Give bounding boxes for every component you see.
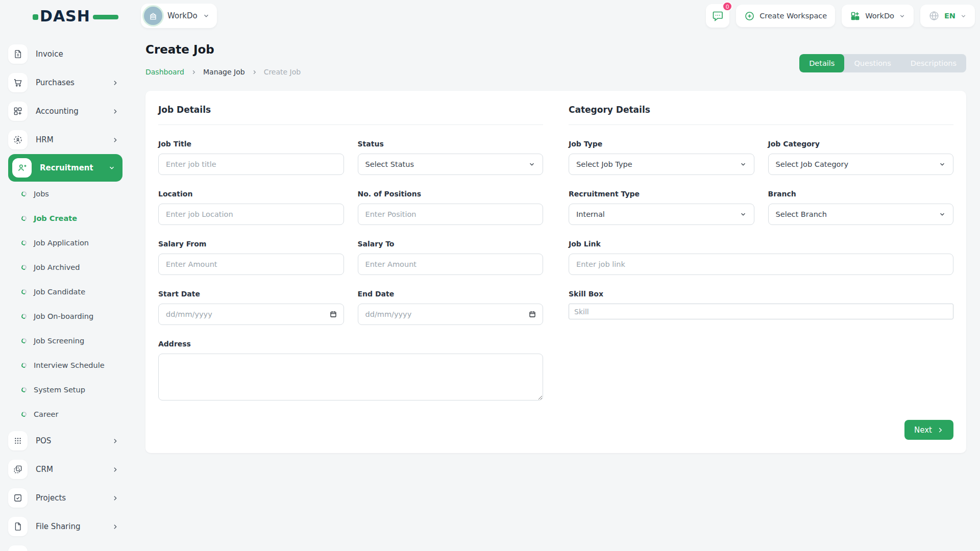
sidebar-subitem-label: System Setup [34, 386, 85, 394]
status-select[interactable]: Select Status [358, 154, 544, 175]
sidebar-item-file-sharing[interactable]: File Sharing [8, 512, 122, 541]
sidebar-subitem-label: Interview Schedule [34, 361, 105, 369]
next-button[interactable]: Next [904, 420, 953, 440]
tab-details[interactable]: Details [799, 54, 844, 72]
select-value: Select Status [365, 160, 414, 168]
sidebar-subitem-label: Job Application [34, 239, 89, 247]
account-menu-button[interactable]: WorkDo [842, 5, 914, 27]
module-icon [8, 545, 28, 551]
submenu-bullet-icon [21, 387, 27, 393]
chevron-right-icon [252, 69, 257, 75]
salary-to-input[interactable] [358, 254, 544, 275]
next-button-label: Next [914, 425, 932, 435]
workspace-switcher[interactable]: WorkDo [141, 4, 217, 28]
sidebar-item-label: CRM [36, 465, 53, 474]
positions-label: No. of Positions [358, 190, 544, 198]
sidebar-item-projects[interactable]: Projects [8, 484, 122, 512]
sidebar-subitem-job-screening[interactable]: Job Screening [8, 329, 122, 353]
topbar-actions: 0 Create Workspace WorkDo EN [706, 4, 975, 28]
sidebar-subitem-career[interactable]: Career [8, 402, 122, 427]
building-icon [148, 11, 158, 21]
create-workspace-label: Create Workspace [760, 12, 827, 20]
submenu-bullet-icon [21, 191, 27, 197]
logo-dot [33, 14, 38, 20]
sidebar-subitem-interview-schedule[interactable]: Interview Schedule [8, 353, 122, 378]
sidebar-subitem-job-candidate[interactable]: Job Candidate [8, 280, 122, 304]
chevron-right-icon [112, 137, 118, 143]
messages-badge: 0 [722, 2, 732, 11]
overlap-squares-icon [8, 460, 28, 479]
chevron-down-icon [740, 211, 747, 218]
sidebar-subitem-label: Jobs [34, 190, 49, 198]
sidebar-subitem-label: Job Archived [34, 263, 80, 271]
sidebar-subitem-label: Job Create [34, 214, 77, 222]
job-type-select[interactable]: Select Job Type [569, 154, 754, 175]
category-details-section: Category Details Job Type Select Job Typ… [569, 105, 953, 403]
job-category-select[interactable]: Select Job Category [768, 154, 954, 175]
sidebar-subitem-jobs[interactable]: Jobs [8, 182, 122, 206]
sidebar-item-partial[interactable] [8, 541, 122, 551]
sidebar-subitem-job-onboarding[interactable]: Job On-boarding [8, 304, 122, 329]
sidebar-subitem-label: Job On-boarding [34, 312, 93, 320]
sidebar-item-purchases[interactable]: Purchases [8, 68, 122, 97]
create-workspace-button[interactable]: Create Workspace [736, 5, 835, 27]
location-input[interactable] [158, 204, 344, 225]
chevron-down-icon [740, 161, 747, 168]
account-menu-label: WorkDo [865, 12, 894, 20]
sidebar-subitem-job-archived[interactable]: Job Archived [8, 255, 122, 280]
submenu-bullet-icon [21, 215, 27, 221]
globe-icon [928, 10, 940, 21]
job-title-input[interactable] [158, 154, 344, 175]
tab-descriptions[interactable]: Descriptions [901, 54, 966, 72]
sidebar-subitem-label: Career [34, 410, 58, 418]
salary-from-input[interactable] [158, 254, 344, 275]
job-link-input[interactable] [569, 254, 953, 275]
start-date-input[interactable] [158, 304, 344, 325]
recruitment-type-select[interactable]: Internal [569, 204, 754, 225]
chevron-down-icon [108, 164, 115, 171]
address-label: Address [158, 340, 543, 348]
branch-label: Branch [768, 190, 954, 198]
sidebar-item-crm[interactable]: CRM [8, 455, 122, 484]
submenu-bullet-icon [21, 338, 27, 344]
salary-to-label: Salary To [358, 240, 544, 248]
tab-questions[interactable]: Questions [844, 54, 900, 72]
section-heading: Job Details [158, 105, 543, 125]
branch-select[interactable]: Select Branch [768, 204, 954, 225]
submenu-bullet-icon [21, 240, 27, 246]
breadcrumb-dashboard[interactable]: Dashboard [145, 68, 184, 76]
sidebar-item-invoice[interactable]: Invoice [8, 40, 122, 68]
sidebar-item-hrm[interactable]: HRM [8, 126, 122, 154]
sidebar-item-label: HRM [36, 135, 54, 144]
sidebar-subitem-job-create[interactable]: Job Create [8, 206, 122, 231]
select-value: Select Branch [776, 210, 827, 218]
skill-input[interactable] [569, 304, 953, 319]
sidebar-item-accounting[interactable]: Accounting [8, 97, 122, 126]
hrm-icon [8, 130, 28, 149]
workspace-avatar [144, 7, 162, 25]
sidebar-item-label: Accounting [36, 107, 79, 116]
chevron-right-icon [112, 108, 118, 115]
chevron-right-icon [112, 466, 118, 473]
dash-logo: DASH [33, 0, 118, 32]
select-value: Select Job Type [576, 160, 632, 168]
breadcrumb-current: Create Job [264, 68, 301, 76]
status-label: Status [358, 140, 544, 148]
breadcrumb: Dashboard Manage Job Create Job [145, 68, 301, 76]
sidebar-item-pos[interactable]: POS [8, 427, 122, 455]
chevron-right-icon [112, 80, 118, 86]
messages-button[interactable]: 0 [706, 4, 729, 28]
sidebar-subitem-job-application[interactable]: Job Application [8, 231, 122, 255]
address-textarea[interactable] [158, 354, 543, 400]
step-tabs: Details Questions Descriptions [799, 54, 966, 72]
breadcrumb-manage-job[interactable]: Manage Job [203, 68, 245, 76]
language-selector[interactable]: EN [920, 5, 975, 27]
positions-input[interactable] [358, 204, 544, 225]
sidebar-item-recruitment[interactable]: Recruitment [8, 154, 122, 182]
apps-grid-icon [850, 11, 861, 21]
sidebar-subitem-label: Job Candidate [34, 288, 85, 296]
end-date-input[interactable] [358, 304, 544, 325]
sidebar-subitem-system-setup[interactable]: System Setup [8, 378, 122, 402]
start-date-label: Start Date [158, 290, 344, 298]
sidebar: Invoice Purchases Accounting [0, 32, 131, 551]
